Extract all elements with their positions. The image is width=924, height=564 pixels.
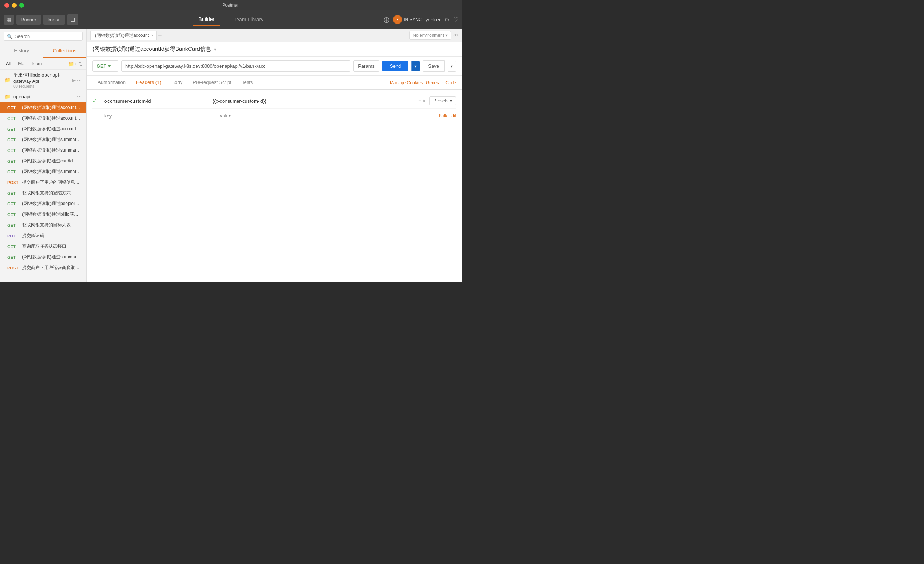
sidebar-toggle-button[interactable]: ▦ [4,15,14,25]
request-tab-1[interactable]: (网银数据读取)通过account × [90,31,157,40]
request-item-9[interactable]: GET (网银数据读取)通过peopleId获得people信息 [0,199,86,209]
sync-label: IN SYNC [404,17,422,22]
method-badge-0: GET [8,106,19,110]
search-icon: 🔍 [7,34,12,39]
request-item-15[interactable]: POST 提交商户下用户运营商爬取任务 [0,262,86,273]
method-dropdown[interactable]: GET ▾ [93,60,118,72]
chevron-right-icon-1: ▶ [72,78,75,83]
runner-button[interactable]: Runner [16,15,41,25]
request-name-6: (网银数据读取)通过summaryId获得BankBillSu... [22,169,81,175]
save-button[interactable]: Save [423,60,445,72]
header-check-0[interactable]: ✓ [93,98,97,104]
env-dropdown[interactable]: No environment ▾ [410,31,451,40]
request-item-8[interactable]: GET 获取网银支持的登陆方式 [0,188,86,199]
new-request-button[interactable]: ⊞ [68,14,78,25]
env-select-area: No environment ▾ 👁 [410,31,458,40]
header-delete-button-0[interactable]: × [423,98,426,104]
method-badge-12: PUT [8,234,19,238]
settings-icon-button[interactable]: ⚙ [444,16,450,23]
close-button[interactable] [4,3,9,8]
method-badge-6: GET [8,170,19,174]
bulk-edit-link[interactable]: Bulk Edit [439,114,456,118]
request-line: GET ▾ Params Send ▾ Save ▾ [87,57,462,76]
tab-authorization[interactable]: Authorization [93,76,131,90]
builder-tab[interactable]: Builder [193,13,220,26]
manage-cookies-link[interactable]: Manage Cookies [390,80,423,85]
env-label: No environment [412,33,444,38]
header-key-0[interactable] [100,97,206,105]
new-header-key-input[interactable] [101,112,213,120]
header-value-0[interactable] [210,97,414,105]
send-button[interactable]: Send [382,61,408,72]
tab-history[interactable]: History [0,44,43,58]
tab-pre-request-script[interactable]: Pre-request Script [188,76,237,90]
tab-collections[interactable]: Collections [43,44,86,58]
request-item-7[interactable]: POST 提交商户下用户的网银信息抓取任务 [0,177,86,188]
request-item-3[interactable]: GET (网银数据读取)通过summaryId获得BankBill列... [0,135,86,145]
new-header-value-input[interactable] [217,112,435,120]
main-layout: 🔍 History Collections All Me Team 📁+ ⇅ 📁 [0,29,462,282]
request-name-13: 查询爬取任务状态接口 [22,243,66,250]
toolbar: ▦ Runner Import ⊞ Builder Team Library ⨁… [0,10,462,29]
headers-panel: ✓ ≡ × Presets ▾ Bulk Edit [87,90,462,127]
method-badge-1: GET [8,116,19,121]
toolbar-center: Builder Team Library [80,13,381,26]
save-dropdown-button[interactable]: ▾ [448,61,456,72]
title-bar: Postman [0,0,462,10]
tab-tests[interactable]: Tests [237,76,258,90]
method-badge-10: GET [8,212,19,217]
method-badge-7: POST [8,180,19,185]
request-tabs: Authorization Headers (1) Body Pre-reque… [87,76,462,90]
maximize-button[interactable] [19,3,24,8]
minimize-button[interactable] [12,3,16,8]
presets-button[interactable]: Presets ▾ [429,96,456,105]
method-badge-9: GET [8,202,19,206]
request-item-5[interactable]: GET (网银数据读取)通过cardId获得BankCard信息 [0,156,86,166]
request-name-1: (网银数据读取)通过accountId查询账户信息 [22,115,81,121]
request-item-13[interactable]: GET 查询爬取任务状态接口 [0,241,86,252]
method-badge-2: GET [8,127,19,132]
generate-code-link[interactable]: Generate Code [426,80,456,85]
user-button[interactable]: yanlu ▾ [426,17,441,22]
add-tab-button[interactable]: + [158,32,162,39]
tab-headers[interactable]: Headers (1) [131,76,166,90]
send-dropdown-button[interactable]: ▾ [411,61,420,72]
title-chevron-icon[interactable]: ▾ [214,47,216,52]
window-title: Postman [222,3,240,8]
request-item-14[interactable]: GET (网银数据读取)通过summaryId获得银行账单摘... [0,252,86,262]
request-name-7: 提交商户下用户的网银信息抓取任务 [22,179,81,186]
search-input[interactable] [15,33,79,39]
request-item-4[interactable]: GET (网银数据读取)通过summaryId获得BankCard列... [0,145,86,156]
request-item-10[interactable]: GET (网银数据读取)通过billId获得BankShoppingRec... [0,209,86,220]
env-chevron-icon: ▾ [446,33,448,38]
filter-me[interactable]: Me [16,60,27,67]
folder-icon-1: 📁 [4,77,10,83]
request-item-2[interactable]: GET (网银数据读取)通过accountId查询个人银行卡信... [0,124,86,135]
params-button[interactable]: Params [353,60,380,72]
network-icon-button[interactable]: ⨁ [384,16,389,23]
header-row-0: ✓ ≡ × Presets ▾ [93,94,456,109]
request-item-0[interactable]: GET (网银数据读取)通过accountId获得BankCard信息 [0,102,86,113]
tab-body[interactable]: Body [166,76,188,90]
request-item-1[interactable]: GET (网银数据读取)通过accountId查询账户信息 [0,113,86,124]
tab-close-1[interactable]: × [151,33,153,37]
filter-all[interactable]: All [4,60,14,67]
add-folder-button[interactable]: 📁+ [68,61,77,67]
collection-header-2[interactable]: 📁 openapi ··· [0,91,86,102]
request-item-12[interactable]: PUT 提交验证码 [0,230,86,241]
team-library-tab[interactable]: Team Library [228,13,269,26]
heart-icon-button[interactable]: ♡ [453,16,458,23]
import-button[interactable]: Import [43,15,66,25]
collection-header-1[interactable]: 📁 坚果信用bdc-openapi-gateway Api 68 request… [0,70,86,91]
user-label: yanlu [426,17,437,22]
method-badge-5: GET [8,159,19,163]
url-input[interactable] [121,60,350,72]
eye-icon-button[interactable]: 👁 [453,32,458,38]
filter-team[interactable]: Team [29,60,44,67]
method-badge-3: GET [8,138,19,142]
request-item-11[interactable]: GET 获取网银支持的目标列表 [0,220,86,230]
sort-button[interactable]: ⇅ [78,61,82,67]
header-menu-button-0[interactable]: ≡ [418,98,421,104]
request-item-6[interactable]: GET (网银数据读取)通过summaryId获得BankBillSu... [0,166,86,177]
presets-label: Presets [433,98,448,103]
